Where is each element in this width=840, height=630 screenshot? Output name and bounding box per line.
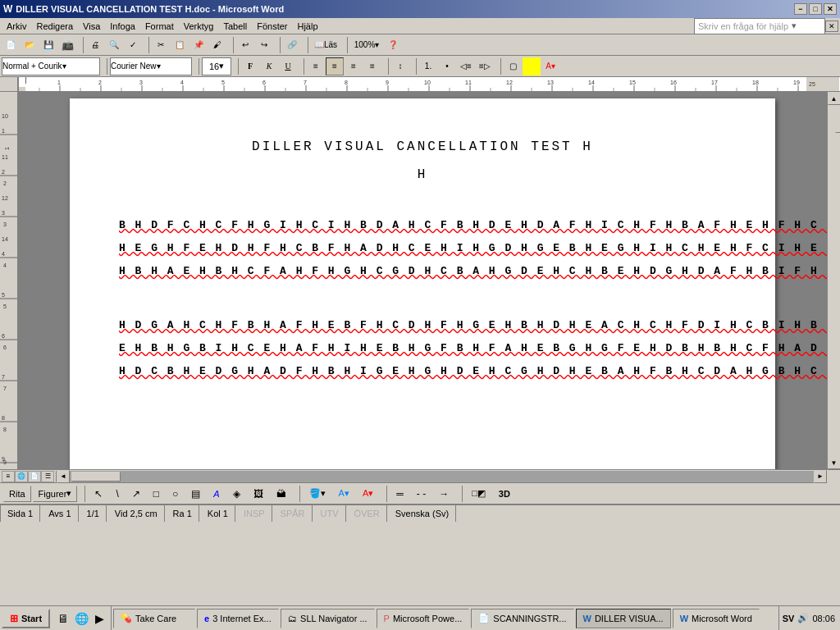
fax-button[interactable]: 📠	[58, 36, 76, 54]
increase-indent-button[interactable]: ≡▷	[476, 57, 494, 75]
line-spacing-button[interactable]: ↕	[391, 57, 409, 75]
justify-button[interactable]: ≡	[363, 57, 381, 75]
start-button[interactable]: ⊞ Start	[2, 609, 50, 628]
paste-button[interactable]: 📌	[189, 36, 208, 54]
3d-button[interactable]: 3D	[493, 486, 516, 502]
clipart-button[interactable]: 🖼	[248, 486, 269, 502]
fill-color-button[interactable]: 🪣▾	[304, 486, 331, 502]
outline-view-button[interactable]: ☰	[41, 471, 54, 482]
open-button[interactable]: 📂	[21, 36, 39, 54]
numbering-button[interactable]: 1.	[419, 57, 437, 75]
restore-button[interactable]: □	[809, 3, 822, 15]
italic-button[interactable]: K	[260, 57, 278, 75]
save-button[interactable]: 💾	[39, 36, 57, 54]
section2: H D G A H C H F B H A F H E B F H C D H …	[119, 315, 726, 382]
new-button[interactable]: 📄	[2, 36, 20, 54]
align-center-button[interactable]: ≡	[326, 57, 344, 75]
h-scroll-thumb[interactable]	[71, 472, 121, 482]
normal-view-button[interactable]: ≡	[2, 471, 15, 482]
figurer-button[interactable]: Figurer ▾	[33, 486, 78, 502]
menu-tabell[interactable]: Tabell	[218, 20, 252, 33]
menu-infoga[interactable]: Infoga	[105, 20, 140, 33]
help-button[interactable]: ❓	[384, 36, 402, 54]
align-left-button[interactable]: ≡	[307, 57, 325, 75]
dash-style-button[interactable]: - -	[411, 486, 431, 502]
wordart-button[interactable]: A	[208, 486, 225, 502]
help-box[interactable]: Skriv en fråga för hjälp ▾	[694, 18, 825, 34]
undo-button[interactable]: ↩	[236, 36, 254, 54]
ql-media-icon[interactable]: ▶	[91, 610, 107, 627]
menu-verktyg[interactable]: Verktyg	[179, 20, 219, 33]
redo-button[interactable]: ↪	[255, 36, 273, 54]
cut-button[interactable]: ✂	[152, 36, 170, 54]
format-painter-button[interactable]: 🖌	[208, 36, 226, 54]
align-right-button[interactable]: ≡	[345, 57, 363, 75]
taskbar-scanning[interactable]: 📄 SCANNINGSTR...	[471, 609, 573, 628]
oval-button[interactable]: ○	[167, 486, 184, 502]
font-color-draw-button[interactable]: A▾	[357, 486, 379, 502]
font-size-dropdown[interactable]: 16▾	[202, 57, 231, 75]
decrease-indent-button[interactable]: ◁≡	[457, 57, 475, 75]
scroll-down-arrow[interactable]: ▼	[828, 456, 841, 469]
print-preview-button[interactable]: 🔍	[105, 36, 123, 54]
scroll-left-arrow[interactable]: ◄	[57, 470, 70, 483]
close-button[interactable]: ✕	[824, 3, 837, 15]
font-color-button[interactable]: A▾	[541, 57, 559, 75]
ql-desktop-icon[interactable]: 🖥	[55, 610, 71, 627]
taskbar-take-care[interactable]: 💊 Take Care	[113, 609, 195, 628]
minimize-button[interactable]: −	[794, 3, 807, 15]
shadow-button[interactable]: □◩	[466, 486, 491, 502]
taskbar-word[interactable]: W Microsoft Word	[673, 609, 760, 628]
window-title: DILLER VISUAL CANCELLATION TEST H.doc - …	[16, 4, 284, 14]
menu-format[interactable]: Format	[140, 20, 179, 33]
line-button[interactable]: \	[110, 486, 124, 502]
menu-fonster[interactable]: Fönster	[252, 20, 292, 33]
taskbar-ie[interactable]: e 3 Internet Ex...	[197, 609, 279, 628]
rect-button[interactable]: □	[148, 486, 165, 502]
print-button[interactable]: 🖨	[86, 36, 104, 54]
arrow-style-button[interactable]: →	[433, 486, 454, 502]
bold-button[interactable]: F	[241, 57, 259, 75]
arrow-button[interactable]: ↗	[126, 486, 146, 502]
word-label: Microsoft Word	[692, 614, 752, 623]
diagram-button[interactable]: ◈	[227, 486, 246, 502]
help-dropdown-icon[interactable]: ▾	[792, 21, 797, 31]
les-button[interactable]: 📖Läs	[311, 36, 340, 54]
ql-ie-icon[interactable]: 🌐	[73, 610, 89, 627]
copy-button[interactable]: 📋	[171, 36, 189, 54]
scroll-thumb[interactable]	[835, 108, 841, 133]
bullets-button[interactable]: •	[438, 57, 456, 75]
textbox-button[interactable]: ▤	[185, 486, 206, 502]
menu-redigera[interactable]: Redigera	[31, 20, 78, 33]
select-button[interactable]: ↖	[89, 486, 108, 502]
toolbar-close-button[interactable]: ✕	[825, 21, 838, 32]
menu-visa[interactable]: Visa	[78, 20, 105, 33]
line-style-button[interactable]: ═	[390, 486, 409, 502]
taskbar-diller-visual[interactable]: W DILLER VISUA...	[576, 609, 671, 628]
underline-button[interactable]: U	[279, 57, 297, 75]
hyperlink-button[interactable]: 🔗	[283, 36, 301, 54]
word-icon: W	[3, 3, 12, 15]
highlight-button[interactable]: A	[523, 57, 541, 75]
scroll-up-arrow[interactable]: ▲	[828, 92, 841, 105]
document-scroll-area[interactable]: DILLER VISUAL CANCELLATION TEST H H B H …	[18, 92, 827, 469]
section2-row2: E H B H G B I H C E H A F H I H E B H G …	[119, 338, 726, 359]
outside-border-button[interactable]: ▢	[504, 57, 522, 75]
font-dropdown[interactable]: Courier New▾	[110, 57, 192, 75]
picture-button[interactable]: 🏔	[271, 486, 292, 502]
h-scroll-track[interactable]	[70, 471, 814, 482]
print-view-button[interactable]: 📄	[28, 471, 41, 482]
rita-button[interactable]: Rita	[3, 486, 31, 502]
spellcheck-button[interactable]: ✓	[124, 36, 142, 54]
status-bar: Sida 1 Avs 1 1/1 Vid 2,5 cm Ra 1 Kol 1 I…	[0, 504, 840, 522]
taskbar: ⊞ Start 🖥 🌐 ▶ 💊 Take Care e 3 Internet E…	[0, 605, 840, 630]
taskbar-powerpoint[interactable]: P Microsoft Powe...	[377, 609, 470, 628]
line-color-button[interactable]: A▾	[333, 486, 355, 502]
web-view-button[interactable]: 🌐	[15, 471, 28, 482]
taskbar-sll[interactable]: 🗂 SLL Navigator ...	[281, 609, 375, 628]
style-dropdown[interactable]: Normal + Courik▾	[2, 57, 100, 75]
zoom-dropdown[interactable]: 100%▾	[350, 36, 383, 54]
menu-hjalp[interactable]: Hjälp	[292, 20, 322, 33]
scroll-right-arrow[interactable]: ►	[814, 470, 827, 483]
menu-arkiv[interactable]: Arkiv	[2, 20, 31, 33]
